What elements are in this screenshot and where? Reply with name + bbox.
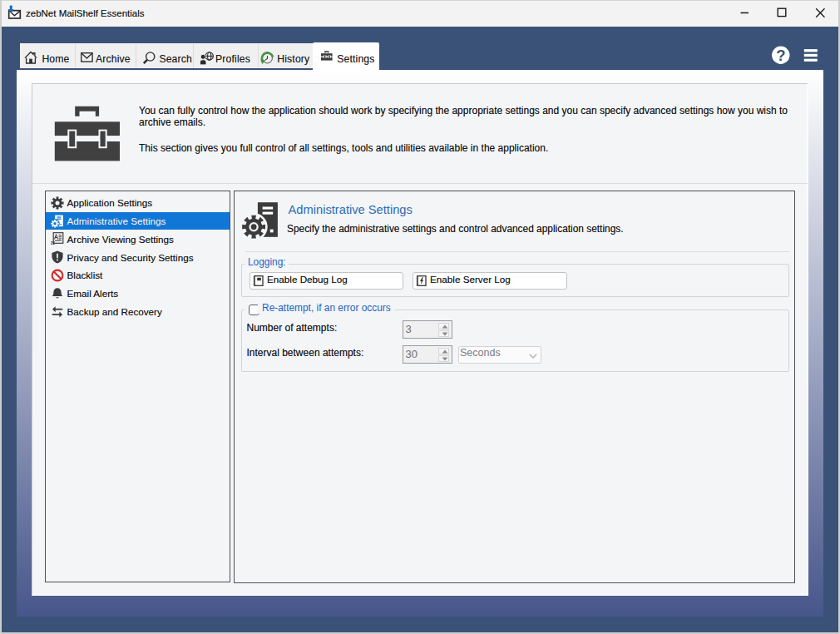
svg-text:?: ? <box>776 47 785 64</box>
